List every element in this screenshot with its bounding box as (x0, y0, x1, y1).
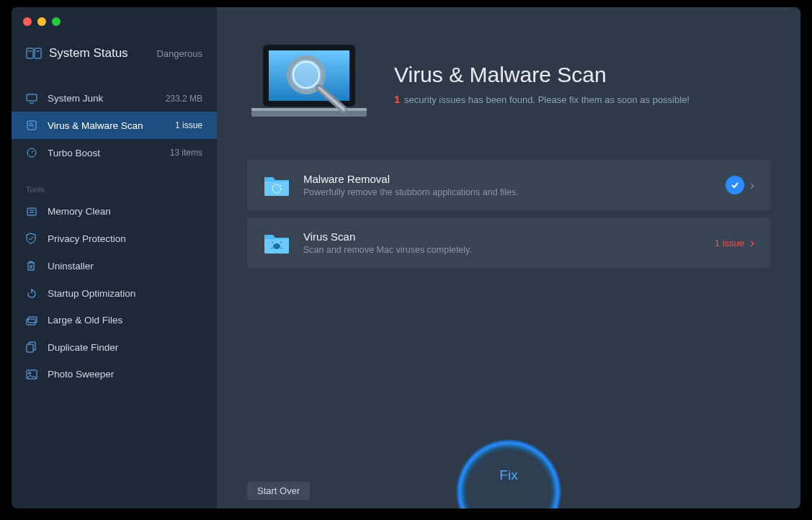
sidebar-tool-startup-optimization[interactable]: Startup Optimization (12, 279, 217, 307)
nav-item-label: Privacy Protection (48, 233, 126, 244)
svg-rect-0 (27, 48, 33, 58)
copy-icon (26, 341, 39, 353)
svg-rect-27 (251, 111, 367, 117)
result-cards: Malware RemovalPowerfully remove the stu… (217, 134, 800, 268)
svg-rect-20 (27, 344, 33, 352)
card-tail: 1 issue› (715, 236, 754, 251)
minimize-window-button[interactable] (37, 17, 46, 26)
svg-point-33 (273, 243, 280, 249)
nav-item-label: System Junk (48, 93, 103, 104)
system-status-header[interactable]: System Status Dangerous (12, 26, 217, 76)
svg-rect-26 (251, 108, 367, 111)
nav-item-label: Turbo Boost (48, 148, 100, 158)
card-title: Virus Scan (303, 230, 472, 243)
nav-item-label: Virus & Malware Scan (48, 120, 143, 131)
svg-line-10 (32, 151, 34, 153)
chevron-right-icon: › (750, 178, 754, 193)
page-subtitle: 1 security issues has been found. Please… (394, 93, 690, 105)
svg-rect-11 (27, 208, 36, 215)
folder-icon (263, 173, 290, 197)
sidebar: System Status Dangerous System Junk233.2… (12, 7, 217, 508)
app-window: System Status Dangerous System Junk233.2… (12, 7, 800, 508)
chevron-right-icon: › (750, 236, 754, 251)
fix-button[interactable]: Fix (456, 439, 561, 508)
subtitle-text: security issues has been found. Please f… (404, 94, 690, 105)
footer: Fix Start Over (217, 408, 800, 508)
nav-item-meta: 233.2 MB (166, 94, 202, 104)
nav-item-label: Startup Optimization (48, 288, 135, 299)
close-window-button[interactable] (23, 17, 32, 26)
nav-item-label: Photo Sweeper (48, 369, 114, 380)
sidebar-tool-duplicate-finder[interactable]: Duplicate Finder (12, 333, 217, 361)
sidebar-scan-system-junk[interactable]: System Junk233.2 MB (12, 85, 217, 112)
sidebar-tool-privacy-protection[interactable]: Privacy Protection (12, 225, 217, 252)
scan-illustration (247, 40, 371, 127)
trash-icon (26, 260, 39, 272)
shield-icon (26, 233, 39, 244)
sidebar-tool-uninstaller[interactable]: Uninstaller (12, 252, 217, 279)
gauge-icon (26, 147, 39, 158)
status-title: System Status (49, 46, 128, 60)
files-icon (26, 315, 39, 326)
card-description: Scan and remove Mac viruses completely. (303, 245, 472, 255)
card-tail: › (726, 176, 754, 194)
status-icon (26, 48, 42, 59)
status-badge: Dangerous (156, 48, 202, 59)
svg-rect-1 (35, 48, 41, 58)
svg-point-7 (30, 123, 32, 126)
check-icon (726, 176, 744, 194)
nav-item-label: Duplicate Finder (48, 342, 118, 353)
nav-item-meta: 13 items (170, 148, 202, 158)
window-controls (12, 7, 217, 26)
monitor-icon (26, 94, 39, 104)
card-description: Powerfully remove the stubborn applicati… (303, 187, 519, 197)
tools-section-label: Tools (12, 166, 217, 198)
sidebar-tool-large-old-files[interactable]: Large & Old Files (12, 307, 217, 333)
folder-icon (263, 230, 290, 255)
fix-button-label: Fix (499, 467, 517, 483)
issue-count: 1 (394, 93, 400, 105)
sidebar-scan-turbo-boost[interactable]: Turbo Boost13 items (12, 139, 217, 166)
result-card-malware-removal[interactable]: Malware RemovalPowerfully remove the stu… (247, 160, 770, 210)
nav-item-label: Memory Clean (48, 206, 111, 217)
svg-line-8 (32, 126, 34, 127)
sidebar-tool-memory-clean[interactable]: Memory Clean (12, 198, 217, 225)
power-icon (26, 287, 39, 299)
svg-rect-6 (27, 121, 36, 130)
sidebar-tool-photo-sweeper[interactable]: Photo Sweeper (12, 361, 217, 387)
card-title: Malware Removal (303, 173, 519, 185)
hero: Virus & Malware Scan 1 security issues h… (217, 7, 800, 134)
shield-scan-icon (26, 120, 39, 131)
chip-icon (26, 207, 39, 217)
main-panel: Virus & Malware Scan 1 security issues h… (217, 7, 800, 508)
nav-item-label: Large & Old Files (48, 315, 122, 326)
nav-item-meta: 1 issue (175, 120, 202, 130)
svg-rect-4 (27, 94, 37, 101)
sidebar-scan-virus-malware-scan[interactable]: Virus & Malware Scan1 issue (12, 112, 217, 139)
start-over-button[interactable]: Start Over (247, 482, 310, 500)
nav-item-label: Uninstaller (48, 261, 94, 272)
image-icon (26, 369, 39, 380)
zoom-window-button[interactable] (52, 17, 61, 26)
result-card-virus-scan[interactable]: Virus ScanScan and remove Mac viruses co… (247, 218, 770, 268)
svg-point-22 (29, 372, 31, 374)
page-title: Virus & Malware Scan (394, 63, 690, 87)
card-issue-text: 1 issue (715, 238, 744, 248)
